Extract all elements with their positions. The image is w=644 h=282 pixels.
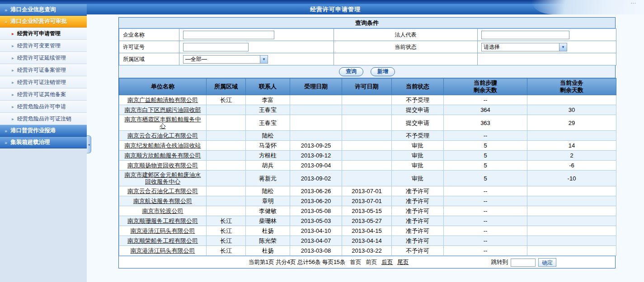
results-table: 单位名称所属区域联系人受理日期许可日期当前状态当前步骤剩余天数当前业务剩余天数 …	[119, 78, 616, 256]
unit-name-cell: 南京航达服务有限公司	[119, 196, 207, 206]
sidebar-item-5[interactable]: ▸经营许可证注销管理	[0, 76, 87, 88]
cell	[342, 115, 392, 131]
cell	[527, 131, 616, 141]
table-row: 南京顺方欣船舶服务有限公司方根柱2013-09-12审批52	[119, 151, 616, 161]
sidebar-group-container-overload[interactable]: » 集装箱超载治理	[0, 137, 87, 148]
grip-dots-icon[interactable]: ⋯	[630, 0, 637, 6]
unit-name-link[interactable]: 南京顺扬物资回收有限公司	[127, 162, 198, 169]
sidebar-item-6[interactable]: ▸经营许可证其他备案	[0, 88, 87, 101]
unit-name-link[interactable]: 南京广益船舶清舱有限公司	[127, 97, 198, 103]
cell: 2013-04-14	[342, 236, 392, 246]
cell: 王春宝	[246, 115, 290, 131]
cell: 准予许可	[392, 196, 444, 206]
sidebar-item-label: 经营危险品许可申请	[17, 103, 66, 111]
column-header: 当前业务剩余天数	[527, 79, 616, 95]
unit-name-link[interactable]: 南京市栖霞区丰辉船舶服务中心	[125, 116, 201, 129]
table-row: 南京市建邺区金元船舶废油水回收服务中心蒋新元2013-09-02审批5-10	[119, 171, 616, 186]
unit-name-link[interactable]: 南京顺方欣船舶服务有限公司	[125, 152, 201, 159]
sidebar-group-label: 集装箱超载治理	[10, 139, 50, 146]
cell	[527, 196, 616, 206]
cell: 方根柱	[246, 151, 290, 161]
cell: -10	[527, 171, 616, 186]
cell: 准予许可	[392, 226, 444, 236]
chevron-down-icon: ▼	[260, 55, 268, 63]
cell: 5	[444, 151, 527, 161]
cell	[207, 196, 246, 206]
chevrons-icon: »	[5, 19, 7, 24]
main-area: 经营许可申请管理 查询条件 企业名称 法人代表 许可证号 当前状	[87, 4, 644, 282]
table-row: 南京纪发船舶清仓残油回收站马蓤怀2013-09-25审批514	[119, 141, 616, 151]
sidebar-group-license-approval[interactable]: » 港口企业经营许可审批	[0, 16, 87, 28]
unit-name-link[interactable]: 南京云合石油化工有限公司	[127, 132, 198, 139]
cell: 陈光荣	[246, 236, 290, 246]
sidebar-group-enterprise-info[interactable]: » 港口企业信息查询	[0, 4, 87, 16]
cell: 2013-09-04	[290, 161, 342, 171]
next-page-link[interactable]: 后页	[381, 259, 393, 266]
unit-name-link[interactable]: 南京市白下区恩赐污油回收部	[125, 106, 201, 113]
unit-name-cell: 南京顺方欣船舶服务有限公司	[119, 151, 207, 161]
sidebar-item-7[interactable]: ▸经营危险品许可申请	[0, 101, 87, 113]
unit-name-link[interactable]: 南京港清江码头有限公司	[131, 227, 195, 234]
unit-name-link[interactable]: 南京市建邺区金元船舶废油水回收服务中心	[125, 171, 201, 185]
last-page-link[interactable]: 尾页	[397, 259, 409, 266]
unit-name-cell: 南京市栖霞区丰辉船舶服务中心	[119, 115, 207, 131]
sidebar-item-label: 经营许可证其他备案	[17, 91, 66, 98]
cell: 杜扬	[246, 246, 290, 256]
unit-name-link[interactable]: 南京航达服务有限公司	[133, 198, 192, 204]
sidebar-item-1[interactable]: ▸经营许可申请管理	[0, 28, 87, 40]
confirm-button[interactable]: 确定	[538, 258, 556, 267]
cell	[207, 115, 246, 131]
sidebar-item-4[interactable]: ▸经营许可证备案管理	[0, 64, 87, 76]
license-no-input[interactable]	[183, 43, 249, 51]
search-button[interactable]: 查询	[339, 67, 363, 76]
sidebar-collapse-handle[interactable]: ◂	[87, 135, 91, 153]
cell	[207, 105, 246, 115]
unit-name-cell: 南京广益船舶清舱有限公司	[119, 95, 207, 105]
cell	[527, 216, 616, 226]
sidebar-group-label: 港口普货作业报港	[10, 127, 56, 134]
cell	[207, 161, 246, 171]
bullet-arrow-icon: ▸	[12, 104, 14, 109]
sidebar-group-cargo-report[interactable]: » 港口普货作业报港	[0, 125, 87, 137]
collapse-arrow-icon: ◂	[88, 143, 89, 147]
table-row: 南京云合石油化工有限公司陆松2013-06-262013-07-01准予许可--	[119, 186, 616, 196]
cell: 2013-09-02	[290, 171, 342, 186]
region-select-value: —全部—	[183, 55, 207, 63]
region-select[interactable]: —全部— ▼	[183, 55, 268, 64]
cell: 长江	[207, 246, 246, 256]
cell	[527, 186, 616, 196]
cell: 2013-03-08	[290, 246, 342, 256]
sidebar-item-8[interactable]: ▸经营危险品许可证注销	[0, 113, 87, 125]
cell: 2013-05-27	[342, 216, 392, 226]
column-header: 许可日期	[342, 79, 392, 95]
prev-page-link[interactable]: 前页	[366, 259, 377, 266]
unit-name-link[interactable]: 南京云合石油化工有限公司	[127, 188, 198, 194]
sidebar-item-label: 经营许可证备案管理	[17, 66, 66, 74]
legal-rep-input[interactable]	[481, 31, 569, 39]
unit-name-link[interactable]: 南京港清江码头有限公司	[131, 247, 195, 254]
cell: 柴珊林	[246, 216, 290, 226]
cell	[342, 151, 392, 161]
first-page-link[interactable]: 首页	[350, 259, 361, 266]
bullet-arrow-icon: ▸	[12, 31, 14, 36]
company-name-input[interactable]	[183, 31, 274, 39]
cell: 2	[527, 151, 616, 161]
jump-label: 跳转到	[491, 259, 508, 266]
cell	[207, 186, 246, 196]
sidebar-item-2[interactable]: ▸经营许可变更管理	[0, 40, 87, 52]
unit-name-link[interactable]: 南京市轮渡公司	[142, 208, 183, 214]
status-select[interactable]: 请选择 ▼	[481, 43, 567, 51]
unit-name-cell: 南京云合石油化工有限公司	[119, 186, 207, 196]
unit-name-link[interactable]: 南京顺珊服务工程有限公司	[127, 217, 198, 224]
unit-name-link[interactable]: 南京纪发船舶清仓残油回收站	[125, 142, 201, 149]
cell: 长江	[207, 226, 246, 236]
cell: 准予许可	[392, 186, 444, 196]
sidebar-item-3[interactable]: ▸经营许可证延续管理	[0, 52, 87, 64]
unit-name-link[interactable]: 南京顺荣船务工程有限公司	[127, 237, 198, 244]
cell: 2013-03-22	[342, 246, 392, 256]
pagination-bar: 当前第1页 共分4页 总计56条 每页15条 首页 前页 后页 尾页 跳转到 确…	[119, 256, 615, 268]
jump-page-input[interactable]	[511, 259, 536, 267]
add-button[interactable]: 新增	[371, 67, 395, 76]
unit-name-cell: 南京市建邺区金元船舶废油水回收服务中心	[119, 171, 207, 186]
cell: 29	[527, 115, 616, 131]
